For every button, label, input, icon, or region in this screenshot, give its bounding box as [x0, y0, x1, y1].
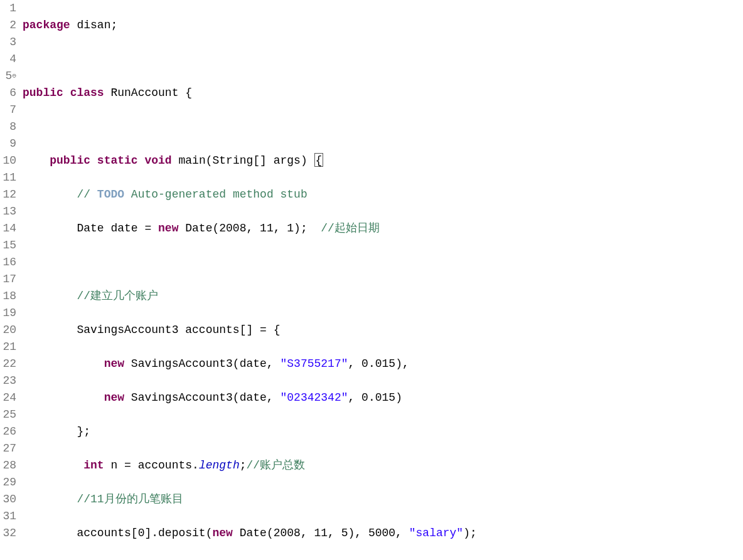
line-number[interactable]: 20: [0, 322, 16, 339]
code-text: n = accounts.: [104, 459, 199, 472]
line-number[interactable]: 26: [0, 423, 16, 440]
string-literal: "02342342": [280, 391, 348, 404]
keyword: int: [83, 459, 104, 472]
line-number[interactable]: 25: [0, 406, 16, 423]
code-line[interactable]: package disan;: [23, 17, 743, 34]
comment: //建立几个账户: [77, 290, 158, 302]
line-number[interactable]: 4: [0, 51, 16, 68]
line-number[interactable]: 32: [0, 525, 16, 542]
line-number[interactable]: 11: [0, 169, 16, 186]
code-line[interactable]: //11月份的几笔账目: [23, 491, 743, 508]
code-line[interactable]: [23, 51, 743, 68]
code-text: , 0.015),: [348, 357, 409, 370]
line-number[interactable]: 24: [0, 389, 16, 406]
code-text: RunAccount {: [104, 87, 192, 99]
comment: //11月份的几笔账目: [77, 493, 183, 505]
code-line[interactable]: new SavingsAccount3(date, "02342342", 0.…: [23, 389, 743, 406]
line-number[interactable]: 5⊖: [0, 68, 16, 85]
code-line[interactable]: // TODO Auto-generated method stub: [23, 186, 743, 203]
code-line[interactable]: int n = accounts.length;//账户总数: [23, 457, 743, 474]
comment: //起始日期: [321, 222, 380, 235]
line-number[interactable]: 16: [0, 254, 16, 271]
code-text: main(String[] args): [172, 154, 314, 167]
line-number[interactable]: 1: [0, 0, 16, 17]
code-text: SavingsAccount3(date,: [124, 357, 280, 370]
field: length: [199, 459, 240, 472]
code-line[interactable]: //建立几个账户: [23, 288, 743, 305]
cursor-bracket: {: [314, 153, 324, 167]
code-line[interactable]: };: [23, 423, 743, 440]
code-text: ;: [240, 459, 247, 472]
code-line[interactable]: accounts[0].deposit(new Date(2008, 11, 5…: [23, 525, 743, 542]
line-number[interactable]: 18: [0, 288, 16, 305]
code-text: accounts[0].deposit(: [77, 527, 212, 539]
code-text: Date(2008, 11, 5), 5000,: [233, 527, 409, 539]
line-number[interactable]: 14: [0, 220, 16, 237]
fold-icon[interactable]: ⊖: [12, 72, 16, 80]
line-number[interactable]: 22: [0, 356, 16, 372]
code-text: SavingsAccount3 accounts[] = {: [77, 324, 280, 336]
keyword: void: [144, 154, 171, 167]
code-text: };: [77, 425, 90, 438]
line-number[interactable]: 7: [0, 102, 16, 119]
code-editor[interactable]: package disan; public class RunAccount {…: [20, 0, 743, 560]
keyword: new: [158, 222, 178, 235]
keyword: static: [97, 154, 138, 167]
line-number[interactable]: 28: [0, 457, 16, 474]
code-text: Date date =: [77, 222, 158, 235]
line-number[interactable]: 17: [0, 271, 16, 288]
line-number[interactable]: 15: [0, 237, 16, 254]
string-literal: "salary": [409, 527, 463, 539]
line-number[interactable]: 30: [0, 491, 16, 508]
line-number[interactable]: 27: [0, 440, 16, 457]
keyword: new: [104, 357, 124, 370]
code-line[interactable]: public static void main(String[] args) {: [23, 152, 743, 169]
line-number[interactable]: 9: [0, 135, 16, 152]
string-literal: "S3755217": [280, 357, 348, 370]
line-number[interactable]: 8: [0, 119, 16, 135]
code-line[interactable]: new SavingsAccount3(date, "S3755217", 0.…: [23, 356, 743, 372]
keyword: new: [104, 391, 124, 404]
code-line[interactable]: Date date = new Date(2008, 11, 1); //起始日…: [23, 220, 743, 237]
keyword: public: [23, 87, 63, 99]
code-text: , 0.015): [348, 391, 402, 404]
line-number[interactable]: 19: [0, 305, 16, 322]
line-number[interactable]: 6: [0, 85, 16, 102]
code-line[interactable]: [23, 119, 743, 135]
keyword: new: [212, 527, 232, 539]
line-number[interactable]: 23: [0, 372, 16, 389]
code-line[interactable]: SavingsAccount3 accounts[] = {: [23, 322, 743, 339]
comment: //账户总数: [247, 459, 306, 472]
line-number[interactable]: 21: [0, 339, 16, 356]
line-number[interactable]: 29: [0, 474, 16, 491]
keyword: package: [23, 19, 70, 31]
comment: // TODO Auto-generated method stub: [77, 188, 307, 201]
line-number[interactable]: 10: [0, 152, 16, 169]
line-number[interactable]: 12: [0, 186, 16, 203]
line-number[interactable]: 13: [0, 203, 16, 220]
code-text: );: [463, 527, 477, 539]
line-number[interactable]: 31: [0, 508, 16, 525]
code-line[interactable]: [23, 254, 743, 271]
code-text: disan;: [70, 19, 118, 31]
code-text: Date(2008, 11, 1);: [178, 222, 321, 235]
line-number[interactable]: 2: [0, 17, 16, 34]
code-line[interactable]: public class RunAccount {: [23, 85, 743, 102]
todo-tag: TODO: [97, 188, 124, 201]
code-text: SavingsAccount3(date,: [124, 391, 280, 404]
line-number-gutter: 1 2 3 4 5⊖ 6 7 8 9 10 11 12 13 14 15 16 …: [0, 0, 20, 560]
line-number[interactable]: 3: [0, 34, 16, 51]
keyword: public: [50, 154, 90, 167]
keyword: class: [70, 87, 104, 99]
